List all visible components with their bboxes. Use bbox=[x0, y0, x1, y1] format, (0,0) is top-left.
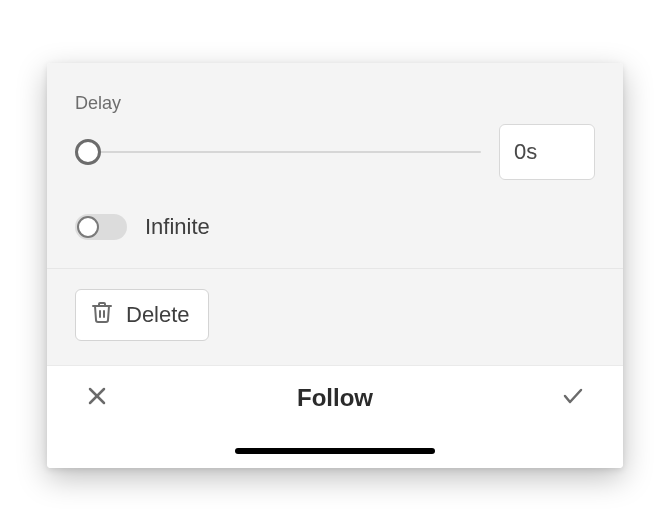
home-indicator[interactable] bbox=[235, 448, 435, 454]
infinite-toggle[interactable] bbox=[75, 214, 127, 240]
infinite-row: Infinite bbox=[75, 214, 595, 240]
close-icon bbox=[85, 384, 109, 412]
delete-label: Delete bbox=[126, 302, 190, 328]
close-button[interactable] bbox=[83, 384, 111, 412]
slider-thumb[interactable] bbox=[75, 139, 101, 165]
settings-panel: Delay Infinite bbox=[47, 63, 623, 468]
delay-slider[interactable] bbox=[75, 138, 481, 166]
trash-icon bbox=[90, 300, 114, 330]
delete-section: Delete bbox=[47, 269, 623, 365]
delay-section: Delay Infinite bbox=[47, 63, 623, 269]
delay-input[interactable] bbox=[499, 124, 595, 180]
toggle-knob bbox=[77, 216, 99, 238]
delay-label: Delay bbox=[75, 93, 595, 114]
slider-track bbox=[75, 151, 481, 153]
infinite-label: Infinite bbox=[145, 214, 210, 240]
page-title: Follow bbox=[297, 384, 373, 412]
bottom-bar: Follow bbox=[47, 365, 623, 468]
confirm-button[interactable] bbox=[559, 384, 587, 412]
check-icon bbox=[561, 384, 585, 412]
delete-button[interactable]: Delete bbox=[75, 289, 209, 341]
delay-row bbox=[75, 124, 595, 180]
